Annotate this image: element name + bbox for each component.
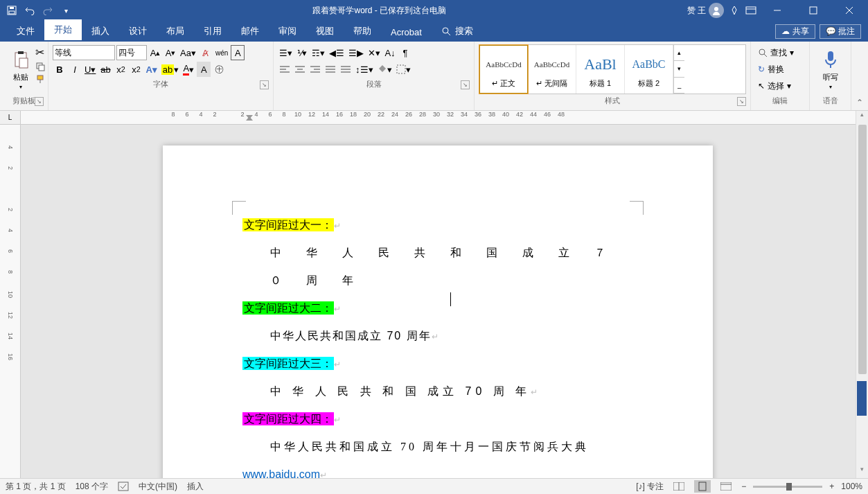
styles-more[interactable]: ▴▾⎯	[673, 45, 684, 94]
asian-layout-button[interactable]: ✕▾	[366, 45, 382, 60]
subscript-button[interactable]: x2	[114, 62, 127, 77]
align-center-button[interactable]	[293, 62, 307, 77]
styles-launcher[interactable]: ↘	[737, 97, 746, 106]
vertical-scrollbar[interactable]: ▴ ▾	[856, 111, 868, 478]
page-count[interactable]: 第 1 页，共 1 页	[6, 481, 66, 493]
shrink-font-button[interactable]: A▾	[163, 45, 177, 60]
tab-references[interactable]: 引用	[194, 21, 231, 42]
shading-button[interactable]: ▾	[376, 62, 393, 77]
redo-icon[interactable]	[42, 4, 54, 17]
tab-design[interactable]: 设计	[119, 21, 157, 42]
minimize-button[interactable]	[761, 0, 793, 21]
print-layout-button[interactable]	[694, 480, 711, 493]
comments-button[interactable]: 💬 批注	[820, 24, 861, 39]
tab-review[interactable]: 审阅	[269, 21, 306, 42]
align-right-button[interactable]	[308, 62, 322, 77]
increase-indent-button[interactable]: ☰▶	[347, 45, 365, 60]
tab-acrobat[interactable]: Acrobat	[381, 23, 432, 42]
hyperlink[interactable]: www.baidu.com	[242, 468, 320, 478]
ribbon-mode-icon[interactable]	[745, 4, 757, 17]
clipboard-launcher[interactable]: ↘	[35, 97, 44, 106]
clear-format-button[interactable]: A̷	[199, 45, 213, 60]
text-4[interactable]: 中华人民共和国成立 70 周年十月一国庆节阅兵大典	[242, 433, 633, 461]
numbering-button[interactable]: ⅟▾	[295, 45, 309, 60]
read-mode-button[interactable]	[671, 480, 687, 493]
select-button[interactable]: ↖选择 ▾	[755, 78, 805, 94]
page[interactable]: 文字间距过大一：↵ 中 华 人 民 共 和 国 成 立 ７ ０ 周 年 文字间距…	[163, 145, 713, 478]
zoom-slider[interactable]	[753, 486, 822, 488]
decrease-indent-button[interactable]: ◀☰	[328, 45, 346, 60]
zoom-thumb[interactable]	[786, 483, 792, 491]
align-left-button[interactable]	[278, 62, 292, 77]
collapse-ribbon-button[interactable]: ⌃	[856, 98, 863, 107]
text-3[interactable]: 中 华 人 民 共 和 国 成立 70 周 年↵	[242, 378, 633, 405]
font-launcher[interactable]: ↘	[260, 80, 269, 89]
superscript-button[interactable]: x2	[129, 62, 143, 77]
heading-1[interactable]: 文字间距过大一：	[242, 218, 334, 231]
find-button[interactable]: 查找 ▾	[755, 44, 805, 61]
document-area[interactable]: 文字间距过大一：↵ 中 华 人 民 共 和 国 成 立 ７ ０ 周 年 文字间距…	[21, 125, 856, 478]
tab-help[interactable]: 帮助	[344, 21, 381, 42]
font-size-select[interactable]	[116, 45, 147, 60]
highlight-button[interactable]: ab▾	[160, 62, 180, 77]
style-heading2[interactable]: AaBbC标题 2	[625, 45, 673, 94]
zoom-out-button[interactable]: −	[741, 482, 746, 491]
user-account[interactable]: 赞 王	[687, 3, 724, 18]
tab-insert[interactable]: 插入	[82, 21, 119, 42]
cut-icon[interactable]: ✂	[35, 46, 45, 59]
tab-view[interactable]: 视图	[306, 21, 344, 42]
vertical-ruler[interactable]: 42246810121416	[0, 125, 21, 478]
paste-button[interactable]: 粘贴 ▾	[4, 44, 37, 94]
language[interactable]: 中文(中国)	[139, 481, 177, 493]
save-icon[interactable]	[6, 4, 18, 17]
text-2[interactable]: 中华人民共和国成立 70 周年↵	[242, 322, 633, 350]
text-effects-button[interactable]: A▾	[144, 62, 158, 77]
undo-icon[interactable]	[24, 4, 36, 17]
zoom-level[interactable]: 100%	[841, 482, 862, 491]
style-normal[interactable]: AaBbCcDd↵ 正文	[479, 45, 528, 94]
font-color-button[interactable]: A▾	[181, 62, 195, 77]
phonetic-button[interactable]: wén	[214, 45, 229, 60]
tab-file[interactable]: 文件	[7, 21, 44, 42]
change-case-button[interactable]: Aa▾	[179, 45, 197, 60]
insert-mode[interactable]: 插入	[187, 481, 204, 493]
qat-dropdown-icon[interactable]: ▾	[60, 4, 72, 17]
sort-button[interactable]: A↓	[383, 45, 397, 60]
char-shading-button[interactable]: A	[197, 62, 211, 77]
line-spacing-button[interactable]: ↕☰▾	[354, 62, 375, 77]
copy-icon[interactable]	[35, 62, 45, 71]
style-nospacing[interactable]: AaBbCcDd↵ 无间隔	[528, 45, 576, 94]
tab-layout[interactable]: 布局	[157, 21, 194, 42]
char-border-button[interactable]: A	[231, 45, 245, 60]
grow-font-button[interactable]: A▴	[148, 45, 162, 60]
rocket-icon[interactable]	[728, 4, 741, 17]
search-button[interactable]: 搜索	[432, 21, 483, 42]
maximize-button[interactable]	[797, 0, 829, 21]
replace-button[interactable]: ↻替换	[755, 61, 805, 78]
close-button[interactable]	[833, 0, 865, 21]
heading-4[interactable]: 文字间距过大四：	[242, 412, 334, 425]
font-name-select[interactable]	[53, 45, 115, 60]
spell-check-icon[interactable]	[118, 482, 129, 491]
zoom-in-button[interactable]: +	[829, 482, 834, 491]
text-1[interactable]: 中 华 人 民 共 和 国 成 立 ７ ０ 周 年	[242, 239, 633, 294]
share-button[interactable]: ☁ 共享	[775, 24, 815, 39]
show-marks-button[interactable]: ¶	[398, 45, 412, 60]
heading-3[interactable]: 文字间距过大三：	[242, 357, 334, 370]
enclose-char-button[interactable]: ㊉	[212, 62, 226, 77]
scrollbar-thumb[interactable]	[858, 125, 867, 374]
style-heading1[interactable]: AaBl标题 1	[576, 45, 625, 94]
bold-button[interactable]: B	[53, 62, 67, 77]
bullets-button[interactable]: ☰▾	[278, 45, 294, 60]
borders-button[interactable]: ▾	[395, 62, 412, 77]
web-layout-button[interactable]	[718, 480, 734, 493]
align-justify-button[interactable]	[324, 62, 337, 77]
dictate-button[interactable]: 听写 ▾	[814, 44, 847, 94]
italic-button[interactable]: I	[68, 62, 82, 77]
tab-home[interactable]: 开始	[44, 19, 82, 42]
underline-button[interactable]: U▾	[83, 62, 97, 77]
word-count[interactable]: 108 个字	[76, 481, 108, 493]
horizontal-ruler[interactable]: 8642246810121416182022242628303234363840…	[21, 111, 856, 125]
tab-mailings[interactable]: 邮件	[231, 21, 269, 42]
heading-2[interactable]: 文字间距过大二：	[242, 301, 334, 315]
